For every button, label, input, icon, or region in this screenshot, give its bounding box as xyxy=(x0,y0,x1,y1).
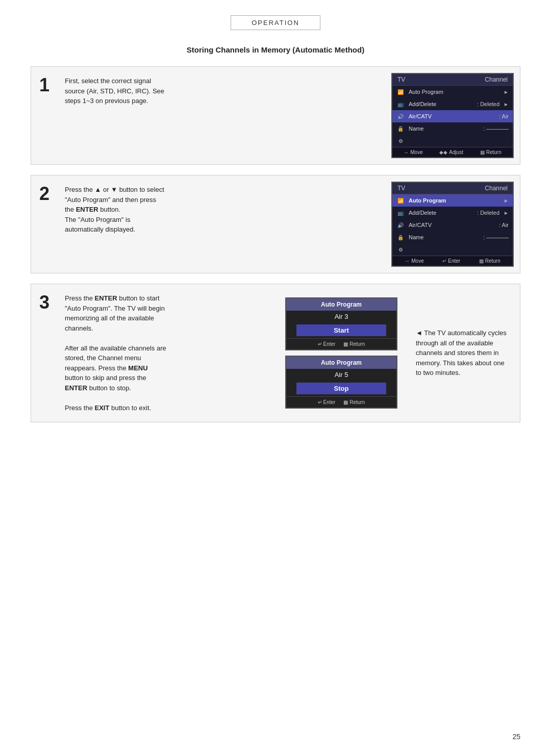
tv-menu-2-row-1: 📶 Auto Program ► xyxy=(392,194,513,207)
footer-return-2: ▦ Return xyxy=(479,258,500,264)
tv-menu-1-row-1: 📶 Auto Program ► xyxy=(392,86,513,98)
tv-menu-2-row-3: 🔊 Air/CATV : Air xyxy=(392,219,513,231)
auto-prog-stop-footer: ↵ Enter ▦ Return xyxy=(286,396,396,408)
step-2-block: 2 Press the ▲ or ▼ button to select "Aut… xyxy=(31,175,520,273)
footer-adjust-1: ◆◆ Adjust xyxy=(439,149,463,155)
step-1-block: 1 First, select the correct signal sourc… xyxy=(31,66,520,165)
main-content: Storing Channels in Memory (Automatic Me… xyxy=(0,35,551,463)
tv-menu-2-row-4: 🔒 Name : ———— xyxy=(392,231,513,243)
setup-icon-2: ⚙ xyxy=(396,245,405,254)
signal-icon-1: 📶 xyxy=(396,88,405,96)
footer-return-1: ▦ Return xyxy=(480,149,502,155)
section-title: Storing Channels in Memory (Automatic Me… xyxy=(31,45,520,54)
setup-icon-1: ⚙ xyxy=(396,137,405,145)
step-3-number: 3 xyxy=(39,293,56,413)
page-number: 25 xyxy=(512,733,520,741)
step-3-note: ◄ The TV automatically cycles through al… xyxy=(408,284,520,422)
step-2-number: 2 xyxy=(39,185,56,264)
audio-icon-1: 🔊 xyxy=(396,112,405,120)
tv-menu-1-row-5: ⚙ xyxy=(392,135,513,147)
auto-prog-start-button: Start xyxy=(296,324,386,336)
page-header-label: Operation xyxy=(252,19,299,27)
step-1-left: 1 First, select the correct signal sourc… xyxy=(31,67,385,164)
tv-menu-1-row-4: 🔒 Name : ———— xyxy=(392,122,513,135)
step-1-number: 1 xyxy=(39,76,56,155)
auto-prog-stop-title: Auto Program xyxy=(286,357,396,369)
auto-prog-stop-screen: Auto Program Air 5 Stop ↵ Enter ▦ Return xyxy=(285,356,397,409)
step-3-text: Press the ENTER button to start "Auto Pr… xyxy=(65,293,167,413)
tv-menu-1-header-right: Channel xyxy=(485,76,508,83)
step-3-header-row: 3 Press the ENTER button to start "Auto … xyxy=(39,293,267,413)
tv-menu-2-header: TV Channel xyxy=(392,183,513,194)
footer-enter-2: ↵ Enter xyxy=(442,258,460,264)
footer-move-2: ↔ Move xyxy=(405,258,423,264)
lock-icon-2: 🔒 xyxy=(396,233,405,241)
footer-enter-start: ↵ Enter xyxy=(318,341,336,347)
footer-move-1: ↔ Move xyxy=(404,149,422,155)
step-1-text: First, select the correct signal source … xyxy=(65,76,167,155)
tv-menu-2-row-5: ⚙ xyxy=(392,243,513,256)
step-3-block: 3 Press the ENTER button to start "Auto … xyxy=(31,284,520,422)
auto-prog-stop-channel: Air 5 xyxy=(286,369,396,381)
footer-enter-stop: ↵ Enter xyxy=(318,399,336,405)
step-1-screen: TV Channel 📶 Auto Program ► 📺 Add/Delete… xyxy=(385,67,520,164)
step-2-screen: TV Channel 📶 Auto Program ► 📺 Add/Delete… xyxy=(385,175,520,273)
tv-menu-1-row-2: 📺 Add/Delete : Deleted ► xyxy=(392,98,513,110)
tv-menu-1-footer: ↔ Move ◆◆ Adjust ▦ Return xyxy=(392,147,513,157)
channel-icon-1: 📺 xyxy=(396,100,405,108)
tv-menu-1-header-left: TV xyxy=(397,76,405,83)
tv-menu-1-row-3: 🔊 Air/CATV : Air xyxy=(392,110,513,122)
tv-menu-2-footer: ↔ Move ↵ Enter ▦ Return xyxy=(392,256,513,266)
signal-icon-2: 📶 xyxy=(396,196,405,205)
auto-prog-stop-button: Stop xyxy=(296,383,386,394)
step-3-left: 3 Press the ENTER button to start "Auto … xyxy=(31,284,275,422)
footer-return-start: ▦ Return xyxy=(343,341,365,347)
channel-icon-2: 📺 xyxy=(396,209,405,217)
step-3-screens: Auto Program Air 3 Start ↵ Enter ▦ Retur… xyxy=(285,297,397,409)
auto-prog-start-channel: Air 3 xyxy=(286,311,396,322)
tv-menu-2-row-2: 📺 Add/Delete : Deleted ► xyxy=(392,207,513,219)
tv-menu-2: TV Channel 📶 Auto Program ► 📺 Add/Delete… xyxy=(391,182,514,267)
tv-menu-2-header-right: Channel xyxy=(485,185,508,192)
auto-prog-start-footer: ↵ Enter ▦ Return xyxy=(286,338,396,349)
lock-icon-1: 🔒 xyxy=(396,124,405,133)
footer-return-stop: ▦ Return xyxy=(343,399,365,405)
tv-menu-1-header: TV Channel xyxy=(392,74,513,86)
auto-prog-start-title: Auto Program xyxy=(286,298,396,311)
page-header: Operation xyxy=(0,0,551,35)
tv-menu-1: TV Channel 📶 Auto Program ► 📺 Add/Delete… xyxy=(391,73,514,158)
page-header-box: Operation xyxy=(231,15,320,30)
auto-prog-start-screen: Auto Program Air 3 Start ↵ Enter ▦ Retur… xyxy=(285,297,397,350)
step-2-left: 2 Press the ▲ or ▼ button to select "Aut… xyxy=(31,175,385,273)
step-3-screen: Auto Program Air 3 Start ↵ Enter ▦ Retur… xyxy=(275,284,408,422)
tv-menu-2-header-left: TV xyxy=(397,185,405,192)
step-2-text: Press the ▲ or ▼ button to select "Auto … xyxy=(65,185,167,264)
audio-icon-2: 🔊 xyxy=(396,221,405,229)
